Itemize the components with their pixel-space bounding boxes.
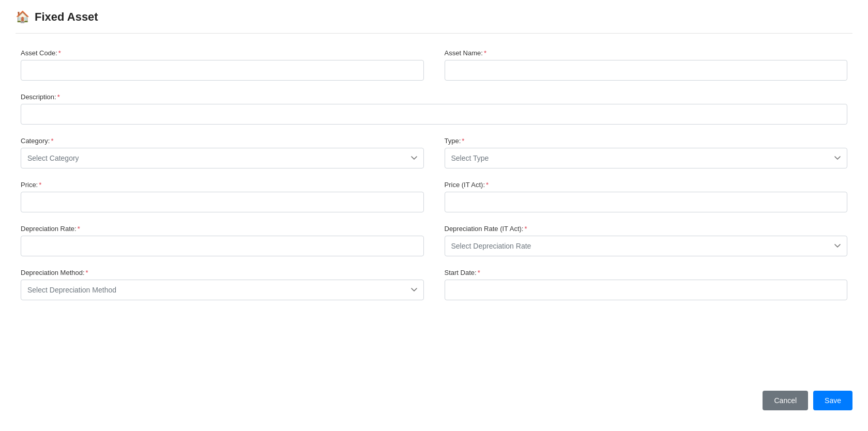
required-depreciation-rate: * [78, 225, 80, 233]
group-category: Category:* Select Category [21, 137, 424, 168]
input-description[interactable] [21, 104, 847, 125]
label-category: Category:* [21, 137, 424, 145]
required-price-it-act: * [486, 181, 489, 189]
select-depreciation-rate[interactable]: Select Depreciation Rate [445, 236, 848, 256]
page-container: 🏠 Fixed Asset Asset Code:* Asset Name:* [0, 0, 868, 431]
group-asset-name: Asset Name:* [445, 49, 848, 81]
required-type: * [462, 137, 464, 145]
input-asset-code[interactable] [21, 60, 424, 81]
required-price: * [39, 181, 41, 189]
select-category[interactable]: Select Category [21, 148, 424, 168]
home-icon: 🏠 [16, 10, 29, 24]
required-asset-name: * [484, 49, 486, 57]
label-start-date: Start Date:* [445, 269, 848, 276]
save-button[interactable]: Save [813, 391, 852, 410]
required-depreciation-method: * [86, 269, 88, 276]
required-asset-code: * [58, 49, 61, 57]
input-price[interactable] [21, 192, 424, 212]
input-start-date[interactable] [445, 280, 848, 300]
label-description: Description:* [21, 93, 847, 101]
input-price-it-act[interactable] [445, 192, 848, 212]
footer-buttons: Cancel Save [763, 391, 852, 410]
group-asset-code: Asset Code:* [21, 49, 424, 81]
select-type[interactable]: Select Type [445, 148, 848, 168]
label-asset-code: Asset Code:* [21, 49, 424, 57]
label-depreciation-rate-it-act: Depreciation Rate (IT Act):* [445, 225, 848, 233]
row-category-type: Category:* Select Category Type:* Select… [21, 137, 847, 168]
group-depreciation-rate-it-act: Depreciation Rate (IT Act):* Select Depr… [445, 225, 848, 256]
required-depreciation-rate-it-act: * [524, 225, 527, 233]
group-price-it-act: Price (IT Act):* [445, 181, 848, 212]
group-type: Type:* Select Type [445, 137, 848, 168]
label-asset-name: Asset Name:* [445, 49, 848, 57]
page-title: Fixed Asset [35, 10, 98, 24]
required-category: * [51, 137, 53, 145]
input-asset-name[interactable] [445, 60, 848, 81]
label-price-it-act: Price (IT Act):* [445, 181, 848, 189]
select-depreciation-method[interactable]: Select Depreciation Method [21, 280, 424, 300]
row-depreciation-rate: Depreciation Rate:* Depreciation Rate (I… [21, 225, 847, 256]
label-type: Type:* [445, 137, 848, 145]
row-method-startdate: Depreciation Method:* Select Depreciatio… [21, 269, 847, 300]
label-depreciation-method: Depreciation Method:* [21, 269, 424, 276]
label-depreciation-rate: Depreciation Rate:* [21, 225, 424, 233]
page-header: 🏠 Fixed Asset [16, 10, 852, 34]
row-asset-code-name: Asset Code:* Asset Name:* [21, 49, 847, 81]
required-description: * [57, 93, 60, 101]
row-price: Price:* Price (IT Act):* [21, 181, 847, 212]
group-description: Description:* [21, 93, 847, 125]
input-depreciation-rate[interactable] [21, 236, 424, 256]
form-section: Asset Code:* Asset Name:* Description:* [16, 49, 852, 300]
group-price: Price:* [21, 181, 424, 212]
group-depreciation-method: Depreciation Method:* Select Depreciatio… [21, 269, 424, 300]
group-depreciation-rate: Depreciation Rate:* [21, 225, 424, 256]
group-start-date: Start Date:* [445, 269, 848, 300]
label-price: Price:* [21, 181, 424, 189]
required-start-date: * [478, 269, 480, 276]
cancel-button[interactable]: Cancel [763, 391, 808, 410]
row-description: Description:* [21, 93, 847, 125]
